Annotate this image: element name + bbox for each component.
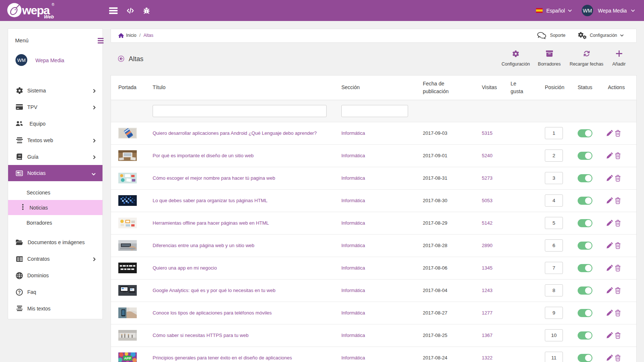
svg-text:®: ® (52, 3, 55, 7)
svg-text:APP: APP (124, 356, 131, 360)
svg-text:Web: Web (44, 14, 54, 20)
svg-text:?: ? (18, 289, 21, 295)
